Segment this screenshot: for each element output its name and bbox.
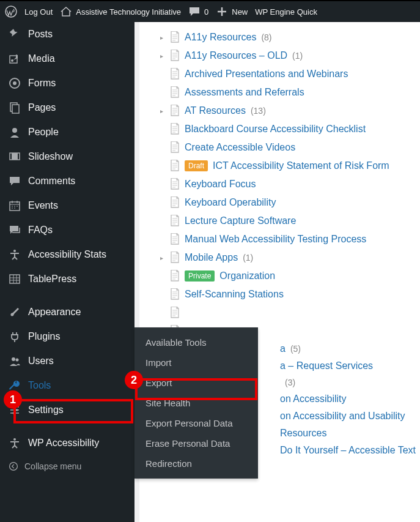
collapse-icon xyxy=(9,461,18,471)
svg-rect-9 xyxy=(12,153,18,160)
page-icon xyxy=(170,215,180,227)
sidebar-item-pages[interactable]: Pages xyxy=(0,95,134,120)
tools-submenu-available-tools[interactable]: Available Tools xyxy=(134,332,258,352)
page-title-link[interactable]: Archived Presentations and Webinars xyxy=(185,69,348,80)
page-title-link[interactable]: Manual Web Accessibility Testing Process xyxy=(185,234,366,245)
expand-toggle[interactable]: ▸ xyxy=(158,108,165,114)
page-title-link[interactable]: a xyxy=(280,343,286,354)
sidebar-item-label: FAQs xyxy=(28,225,53,236)
tools-submenu-import[interactable]: Import xyxy=(134,352,258,373)
plug-icon xyxy=(9,330,21,343)
expand-toggle[interactable]: ▸ xyxy=(158,34,165,41)
page-tree-row: ▸Mobile Apps(1) xyxy=(158,248,420,267)
page-title-link[interactable]: Keyboard Focus xyxy=(185,179,256,190)
page-icon xyxy=(170,50,180,62)
admin-toolbar: Log Out Assistive Technology Initiative … xyxy=(0,0,420,22)
page-title-link[interactable]: ICT Accessibility Statement of Risk Form xyxy=(213,160,389,171)
sidebar-item-media[interactable]: Media xyxy=(0,47,134,71)
sidebar-item-forms[interactable]: Forms xyxy=(0,71,134,95)
page-title-link[interactable]: Create Accessible Videos xyxy=(185,142,295,153)
page-tree-row: ▸A11y Resources – OLD(1) xyxy=(158,47,420,65)
collapse-label: Collapse menu xyxy=(24,461,81,471)
annotation-marker-1: 1 xyxy=(4,390,22,409)
page-tree-row: Keyboard Focus xyxy=(158,175,420,193)
tools-submenu-redirection[interactable]: Redirection xyxy=(134,453,258,474)
tools-submenu-site-health[interactable]: Site Health xyxy=(134,393,258,413)
wpengine-link[interactable]: WP Engine Quick xyxy=(255,7,317,17)
page-title-link[interactable]: Mobile Apps xyxy=(185,252,238,263)
page-tree-row: Archived Presentations and Webinars xyxy=(158,65,420,83)
sidebar-item-label: Plugins xyxy=(28,331,60,342)
comments-count: 0 xyxy=(204,7,208,17)
sidebar-item-label: Posts xyxy=(28,29,53,40)
sidebar-item-accessibility-stats[interactable]: Accessibility Stats xyxy=(0,242,134,267)
tools-submenu-export[interactable]: Export xyxy=(134,373,258,393)
tools-submenu-export-personal-data[interactable]: Export Personal Data xyxy=(134,413,258,433)
logout-link[interactable]: Log Out xyxy=(24,7,53,17)
pin-icon xyxy=(9,28,21,40)
page-title-link[interactable]: Do It Yourself – Accessible Text xyxy=(280,445,416,456)
sidebar-item-people[interactable]: People xyxy=(0,120,134,144)
sidebar-item-slideshow[interactable]: Slideshow xyxy=(0,144,134,169)
new-label: New xyxy=(232,7,248,17)
sidebar-item-faqs[interactable]: FAQs xyxy=(0,218,134,242)
page-tree-row: Create Accessible Videos xyxy=(158,138,420,157)
site-name-link[interactable]: Assistive Technology Initiative xyxy=(60,6,181,18)
page-tree-row: Assessments and Referrals xyxy=(158,83,420,102)
page-icon xyxy=(170,196,180,209)
child-count: (1) xyxy=(243,253,253,263)
admin-sidebar: PostsMediaFormsPagesPeopleSlideshowComme… xyxy=(0,22,134,522)
sidebar-item-label: Tools xyxy=(28,380,51,391)
annotation-marker-2: 2 xyxy=(125,371,143,389)
svg-point-7 xyxy=(12,128,17,133)
sidebar-item-plugins[interactable]: Plugins xyxy=(0,324,134,349)
sidebar-item-label: Appearance xyxy=(28,307,81,318)
page-title-link[interactable]: on Accessibility and Usability xyxy=(280,411,405,422)
sidebar-item-wp-accessibility[interactable]: WP Accessibility xyxy=(0,431,134,455)
page-title-link[interactable]: Assessments and Referrals xyxy=(185,87,304,98)
page-title-link[interactable]: Blackboard Course Accessibility Checklis… xyxy=(185,124,366,135)
sidebar-item-posts[interactable]: Posts xyxy=(0,22,134,47)
slideshow-icon xyxy=(9,151,21,163)
sidebar-item-label: People xyxy=(28,127,59,138)
sidebar-item-label: Users xyxy=(28,356,54,367)
page-title-link[interactable]: a – Request Services xyxy=(280,360,373,371)
a11y-icon xyxy=(9,248,21,261)
sidebar-item-tablepress[interactable]: TablePress xyxy=(0,267,134,291)
page-icon xyxy=(170,141,180,154)
page-title-link[interactable]: Lecture Capture Software xyxy=(185,215,296,226)
home-icon xyxy=(60,6,72,18)
page-tree-row: Lecture Capture Software xyxy=(158,212,420,230)
page-title-link[interactable]: A11y Resources xyxy=(185,32,256,43)
page-title-link[interactable]: Organization xyxy=(219,270,275,282)
sidebar-item-events[interactable]: Events xyxy=(0,193,134,218)
new-link[interactable]: New xyxy=(216,6,248,18)
page-tree-row: PrivateOrganization xyxy=(158,267,420,285)
page-tree-row: DraftICT Accessibility Statement of Risk… xyxy=(158,157,420,175)
chat-icon xyxy=(188,6,201,18)
page-icon xyxy=(170,123,180,135)
wrench-icon xyxy=(9,379,21,392)
sidebar-item-appearance[interactable]: Appearance xyxy=(0,300,134,324)
site-name-label: Assistive Technology Initiative xyxy=(76,7,181,17)
expand-toggle[interactable]: ▸ xyxy=(158,53,165,59)
collapse-menu[interactable]: Collapse menu xyxy=(0,455,134,477)
page-title-link[interactable]: Keyboard Operability xyxy=(185,197,276,208)
page-icon xyxy=(170,31,180,43)
tools-submenu-erase-personal-data[interactable]: Erase Personal Data xyxy=(134,433,258,453)
sidebar-item-users[interactable]: Users xyxy=(0,349,134,373)
svg-rect-17 xyxy=(13,412,15,414)
sidebar-item-label: Forms xyxy=(28,78,56,89)
page-title-link[interactable]: Self-Scanning Stations xyxy=(185,289,284,300)
page-title-link[interactable]: AT Resources xyxy=(185,105,246,116)
expand-toggle[interactable]: ▸ xyxy=(158,255,165,261)
comments-link[interactable]: 0 xyxy=(188,6,208,18)
svg-point-2 xyxy=(11,59,13,62)
sidebar-item-label: Comments xyxy=(28,176,75,187)
sidebar-item-comments[interactable]: Comments xyxy=(0,169,134,193)
page-title-link[interactable]: on Accessibility xyxy=(280,393,347,405)
wp-logo[interactable] xyxy=(5,6,17,18)
sidebar-item-label: Slideshow xyxy=(28,151,73,162)
page-title-link[interactable]: Resources xyxy=(280,428,326,439)
page-title-link[interactable]: A11y Resources – OLD xyxy=(185,50,287,61)
